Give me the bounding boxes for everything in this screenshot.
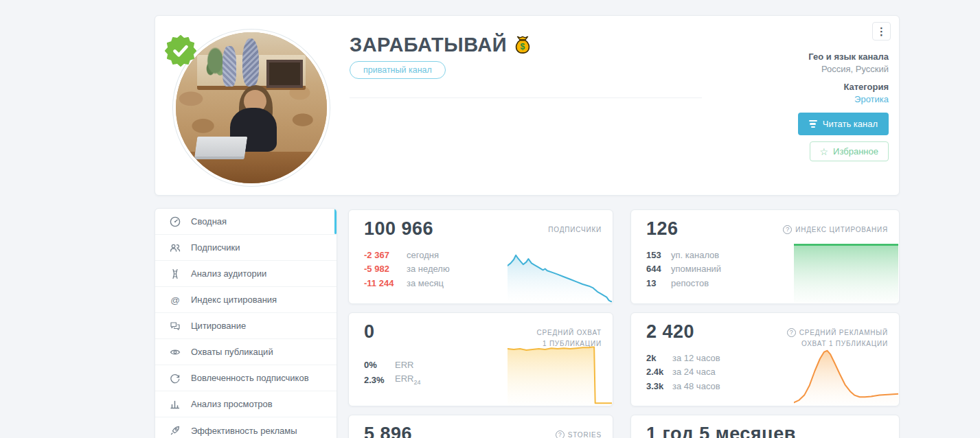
favorite-button[interactable]: ☆ Избранное bbox=[810, 141, 889, 161]
ad-reach-sparkline bbox=[794, 343, 898, 405]
channel-title: ЗАРАБАТЫВАЙ bbox=[350, 34, 507, 56]
geo-language-value: Россия, Русский bbox=[808, 63, 889, 76]
stat-value: 2.3% bbox=[364, 375, 395, 385]
sidebar-item-label: Сводная bbox=[191, 216, 227, 227]
ad-reach-count: 2 420 bbox=[646, 321, 694, 343]
stat-value: 2k bbox=[646, 353, 672, 363]
help-icon[interactable]: ? bbox=[783, 225, 792, 234]
stat-label: сегодня bbox=[407, 250, 439, 260]
stat-value: -2 367 bbox=[364, 250, 407, 260]
verified-badge-icon bbox=[165, 35, 196, 67]
stat-label-subscript: 24 bbox=[413, 379, 420, 386]
stat-value: 3.3k bbox=[646, 381, 672, 391]
sidebar-item-label: Цитирование bbox=[191, 321, 246, 331]
sidebar-item-label: Эффективность рекламы bbox=[191, 426, 297, 436]
card-title-text: ИНДЕКС ЦИТИРОВАНИЯ bbox=[795, 224, 888, 235]
sidebar-item-label: Подписчики bbox=[191, 242, 240, 253]
stat-label: ERR bbox=[395, 360, 413, 370]
subscribers-sparkline bbox=[508, 241, 612, 303]
card-title-text: ПОДПИСЧИКИ bbox=[548, 224, 602, 235]
sidebar-item-post-reach[interactable]: Охваты публикаций bbox=[155, 339, 337, 365]
channel-stack-icon bbox=[809, 120, 817, 128]
sidebar-item-subscribers[interactable]: Подписчики bbox=[155, 235, 337, 261]
card-title-text: STORIES bbox=[568, 430, 602, 438]
stat-label: за 24 часа bbox=[672, 367, 716, 377]
stat-label: за 48 часов bbox=[672, 381, 720, 391]
help-icon[interactable]: ? bbox=[787, 328, 796, 337]
channel-age-card: 1 год 5 месяцев bbox=[630, 415, 900, 438]
sidebar-item-summary[interactable]: Сводная bbox=[155, 209, 337, 235]
subscribers-card-title: ПОДПИСЧИКИ bbox=[548, 224, 602, 235]
avatar-photo-frame bbox=[266, 60, 303, 89]
sidebar-item-label: Индекс цитирования bbox=[191, 295, 277, 305]
card-title-text: СРЕДНИЙ ОХВАТ bbox=[537, 327, 602, 338]
private-channel-badge: приватный канал bbox=[350, 61, 446, 79]
sidebar-item-ad-efficiency[interactable]: Эффективность рекламы bbox=[155, 417, 337, 438]
svg-text:@: @ bbox=[170, 295, 180, 305]
stat-row: 2.3%ERR24 bbox=[364, 372, 420, 387]
channel-age-value: 1 год 5 месяцев bbox=[646, 424, 796, 438]
err-stats: 0%ERR 2.3%ERR24 bbox=[364, 357, 420, 387]
stat-value: 153 bbox=[646, 250, 671, 260]
subscribers-card: 100 966 ПОДПИСЧИКИ -2 367сегодня -5 982з… bbox=[348, 209, 613, 304]
citation-stats: 153уп. каналов 644упоминаний 13репостов bbox=[646, 248, 721, 290]
stat-label: за неделю bbox=[407, 264, 450, 274]
stat-value: 2.4k bbox=[646, 367, 672, 377]
stat-label: за 12 часов bbox=[672, 353, 720, 363]
help-icon[interactable]: ? bbox=[556, 430, 565, 438]
average-reach-sparkline bbox=[508, 343, 612, 405]
channel-avatar bbox=[173, 30, 330, 186]
stat-label: уп. каналов bbox=[671, 250, 719, 260]
page: ЗАРАБАТЫВАЙ $ приватный канал ⋮ Гео и яз… bbox=[0, 0, 980, 438]
rocket-icon bbox=[170, 425, 181, 436]
quote-bubbles-icon bbox=[170, 321, 181, 332]
star-icon: ☆ bbox=[820, 147, 829, 157]
stat-value: -5 982 bbox=[364, 264, 407, 274]
sidebar-item-citation[interactable]: Цитирование bbox=[155, 313, 337, 339]
avatar-photo-vase bbox=[242, 38, 259, 87]
average-reach-card: 0 СРЕДНИЙ ОХВАТ 1 ПУБЛИКАЦИИ 0%ERR 2.3%E… bbox=[348, 312, 613, 406]
users-icon bbox=[170, 242, 181, 253]
stat-row: 0%ERR bbox=[364, 357, 420, 372]
stat-value: 0% bbox=[364, 360, 395, 370]
read-channel-label: Читать канал bbox=[823, 119, 878, 129]
stat-row: 2.4kза 24 часа bbox=[646, 365, 720, 380]
stat-row: 153уп. каналов bbox=[646, 248, 721, 262]
stories-card: 5 896 ?STORIES bbox=[348, 415, 613, 438]
sidebar-item-audience-analysis[interactable]: Анализ аудитории bbox=[155, 261, 337, 287]
stat-label: ERR24 bbox=[395, 373, 420, 386]
stories-card-title: ?STORIES bbox=[556, 430, 602, 438]
more-menu-button[interactable]: ⋮ bbox=[872, 22, 891, 41]
sidebar-item-views-analysis[interactable]: Анализ просмотров bbox=[155, 391, 337, 417]
category-label: Категория bbox=[808, 81, 889, 93]
stat-row: 13репостов bbox=[646, 276, 721, 290]
stat-row: -5 982за неделю bbox=[364, 262, 450, 277]
dna-icon bbox=[170, 268, 181, 279]
sidebar-item-label: Анализ аудитории bbox=[191, 268, 266, 279]
sidebar-item-engagement[interactable]: Вовлеченность подписчиков bbox=[155, 365, 337, 391]
avatar-photo-laptop bbox=[194, 137, 247, 159]
average-reach-count: 0 bbox=[364, 321, 375, 343]
sidebar-item-label: Анализ просмотров bbox=[191, 399, 273, 409]
header-divider bbox=[350, 97, 702, 98]
channel-info-column: Гео и язык канала Россия, Русский Катего… bbox=[808, 51, 889, 106]
stat-label: репостов bbox=[671, 278, 709, 288]
read-channel-button[interactable]: Читать канал bbox=[798, 113, 889, 135]
stat-row: 2kза 12 часов bbox=[646, 351, 720, 365]
stat-value: 644 bbox=[646, 264, 671, 274]
subscribers-stats: -2 367сегодня -5 982за неделю -11 244за … bbox=[364, 248, 450, 290]
citation-index-count: 126 bbox=[646, 218, 679, 240]
category-link[interactable]: Эротика bbox=[808, 93, 889, 106]
subscribers-count: 100 966 bbox=[364, 218, 433, 240]
money-bag-icon: $ bbox=[512, 35, 533, 56]
stat-label: за месяц bbox=[407, 278, 444, 288]
analytics-sidebar: Сводная Подписчики Анализ аудитории @ bbox=[155, 208, 337, 438]
citation-index-card-title: ?ИНДЕКС ЦИТИРОВАНИЯ bbox=[783, 224, 888, 235]
stat-row: 644упоминаний bbox=[646, 262, 721, 277]
stat-row: -11 244за месяц bbox=[364, 276, 450, 290]
channel-header-card: ЗАРАБАТЫВАЙ $ приватный канал ⋮ Гео и яз… bbox=[155, 15, 900, 196]
engagement-icon bbox=[170, 373, 181, 384]
avatar-photo-vase bbox=[223, 46, 236, 87]
sidebar-item-citation-index[interactable]: @ Индекс цитирования bbox=[155, 287, 337, 313]
stat-row: -2 367сегодня bbox=[364, 248, 450, 262]
